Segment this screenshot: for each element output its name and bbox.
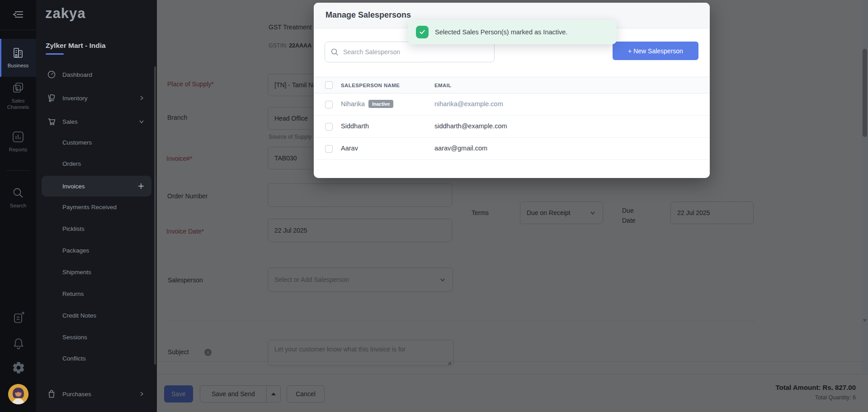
organization-name: Zylker Mart - India	[46, 42, 106, 50]
rail-divider	[6, 170, 30, 171]
sidebar-scrollbar[interactable]	[154, 66, 156, 365]
search-icon	[330, 47, 339, 56]
sidebar-item-label: Customers	[62, 139, 151, 146]
chevron-right-icon	[138, 390, 145, 398]
settings-gear-icon[interactable]	[12, 361, 25, 375]
sidebar-item-returns[interactable]: Returns	[42, 285, 151, 303]
sidebar-item-purchases[interactable]: Purchases	[42, 385, 151, 403]
search-icon	[11, 186, 25, 200]
page-scrollbar-track[interactable]	[862, 0, 868, 374]
modal-title: Manage Salespersons	[326, 10, 411, 20]
sidebar-item-label: Shipments	[62, 269, 151, 276]
salesperson-email: niharika@example.com	[434, 100, 503, 108]
sidebar-item-sales[interactable]: Sales	[42, 112, 151, 131]
sidebar-item-label: Dashboard	[62, 71, 151, 78]
salesperson-name[interactable]: NiharikaInactive	[341, 100, 393, 108]
rail-item-label: Sales Channels	[0, 98, 36, 110]
sidebar-item-conflicts[interactable]: Conflicts	[42, 349, 151, 367]
sidebar-item-sessions[interactable]: Sessions	[42, 328, 151, 346]
success-check-icon	[416, 26, 429, 38]
row-checkbox[interactable]	[325, 123, 333, 131]
sidebar: zakya Zylker Mart - India Dashboard Inve…	[36, 0, 157, 412]
sidebar-item-label: Purchases	[62, 391, 138, 398]
salesperson-name[interactable]: Siddharth	[341, 122, 369, 130]
sidebar-item-label: Sessions	[62, 334, 151, 341]
rail-item-label: Search	[0, 202, 36, 209]
sidebar-item-payments-received[interactable]: Payments Received	[42, 198, 151, 216]
sidebar-item-label: Orders	[62, 160, 151, 167]
organization-underline	[46, 53, 64, 55]
purchases-bag-icon	[47, 389, 56, 398]
sidebar-item-credit-notes[interactable]: Credit Notes	[42, 306, 151, 324]
sidebar-item-picklists[interactable]: Picklists	[42, 220, 151, 238]
chevron-right-icon	[138, 94, 145, 102]
sidebar-item-shipments[interactable]: Shipments	[42, 263, 151, 281]
rail-item-sales-channels[interactable]: $ Sales Channels	[0, 81, 36, 110]
sidebar-item-label: Inventory	[62, 95, 138, 102]
row-checkbox[interactable]	[325, 145, 333, 153]
inactive-badge: Inactive	[368, 100, 393, 108]
column-header-email: EMAIL	[434, 83, 452, 88]
scrollbar-down-arrow-icon[interactable]	[863, 319, 867, 322]
sidebar-item-label: Credit Notes	[62, 312, 151, 319]
salesperson-name[interactable]: Aarav	[341, 145, 358, 152]
collapse-sidebar-icon[interactable]	[10, 7, 26, 22]
salesperson-row-niharika: NiharikaInactive niharika@example.com	[314, 94, 710, 116]
rail-item-reports[interactable]: Reports	[0, 130, 36, 153]
sidebar-item-label: Conflicts	[62, 355, 151, 362]
new-document-icon[interactable]	[12, 311, 25, 324]
column-header-name: SALESPERSON NAME	[341, 83, 400, 88]
sidebar-item-label: Invoices	[62, 183, 137, 190]
sidebar-item-customers[interactable]: Customers	[42, 133, 151, 151]
user-avatar[interactable]	[8, 384, 28, 404]
success-toast: Selected Sales Person(s) marked as Inact…	[408, 20, 617, 44]
chevron-down-icon	[138, 118, 145, 125]
sales-cart-icon	[47, 117, 56, 126]
search-salesperson-input[interactable]	[325, 42, 495, 62]
salesperson-email: siddharth@example.com	[434, 122, 507, 130]
salesperson-email: aarav@gmail.com	[434, 145, 487, 152]
app-root: Business $ Sales Channels Reports Search	[0, 0, 868, 412]
sidebar-item-label: Payments Received	[62, 204, 151, 211]
sidebar-item-label: Returns	[62, 290, 151, 297]
sidebar-item-packages[interactable]: Packages	[42, 241, 151, 259]
notifications-bell-icon[interactable]	[12, 336, 25, 350]
business-icon	[11, 46, 25, 60]
add-invoice-plus-icon[interactable]	[137, 182, 145, 190]
reports-icon	[11, 130, 25, 144]
rail-item-business[interactable]: Business	[0, 46, 36, 69]
row-checkbox[interactable]	[325, 101, 333, 108]
inventory-icon	[47, 94, 56, 103]
sidebar-item-invoices[interactable]: Invoices	[42, 176, 151, 197]
toast-message: Selected Sales Person(s) marked as Inact…	[435, 28, 567, 36]
select-all-checkbox[interactable]	[325, 81, 333, 89]
sidebar-item-dashboard[interactable]: Dashboard	[42, 66, 151, 84]
new-salesperson-button[interactable]: + New Salesperson	[613, 42, 698, 60]
zakya-logo: zakya	[45, 5, 85, 22]
salesperson-table-header: SALESPERSON NAME EMAIL	[314, 77, 710, 94]
sidebar-item-label: Picklists	[62, 225, 151, 232]
sidebar-item-orders[interactable]: Orders	[42, 154, 151, 173]
rail-item-search[interactable]: Search	[0, 186, 36, 209]
sidebar-item-label: Sales	[62, 118, 138, 125]
svg-text:$: $	[16, 87, 19, 92]
sidebar-item-inventory[interactable]: Inventory	[42, 89, 151, 107]
page-scrollbar-thumb[interactable]	[863, 49, 867, 137]
salesperson-row-siddharth: Siddharth siddharth@example.com	[314, 116, 710, 138]
rail-item-label: Reports	[0, 146, 36, 153]
salesperson-row-aarav: Aarav aarav@gmail.com	[314, 138, 710, 160]
dashboard-icon	[47, 70, 56, 79]
rail-item-label: Business	[0, 62, 36, 69]
sidebar-item-label: Packages	[62, 247, 151, 254]
salesperson-search	[325, 42, 495, 62]
left-rail: Business $ Sales Channels Reports Search	[0, 0, 36, 412]
sales-channels-icon: $	[11, 81, 25, 95]
